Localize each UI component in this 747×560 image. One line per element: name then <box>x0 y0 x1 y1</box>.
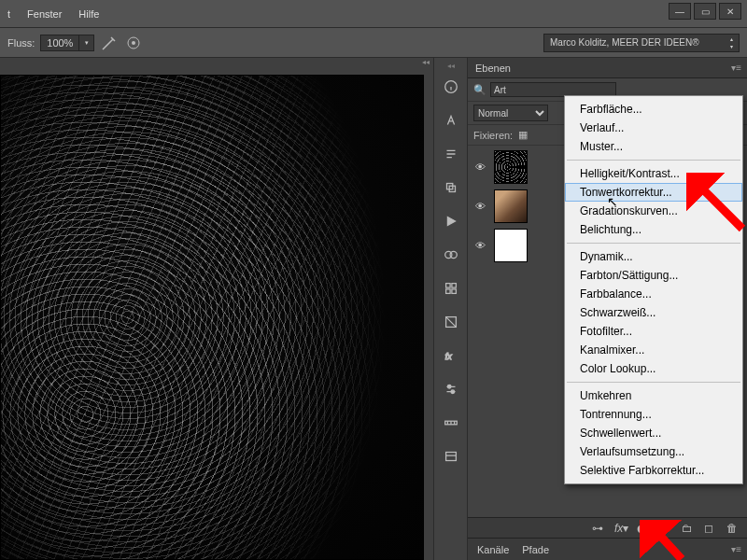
close-button[interactable]: ✕ <box>719 3 741 20</box>
search-icon: 🔍 <box>473 84 486 96</box>
new-layer-icon[interactable]: ◻ <box>704 522 717 535</box>
visibility-icon[interactable]: 👁 <box>473 161 486 173</box>
svg-point-15 <box>447 385 451 389</box>
svg-line-20 <box>651 525 682 559</box>
menubar: t Fenster Hilfe <box>0 0 747 28</box>
fluss-label: Fluss: <box>7 37 35 49</box>
maximize-button[interactable]: ▭ <box>694 3 716 20</box>
panel-menu-icon[interactable]: ▾≡ <box>731 63 741 73</box>
menu-item[interactable]: Dynamik... <box>565 247 742 266</box>
window-controls: — ▭ ✕ <box>669 3 741 20</box>
play-icon[interactable] <box>441 211 461 231</box>
menu-item[interactable]: Schwarzweiß... <box>565 303 742 322</box>
annotation-arrow <box>640 520 686 560</box>
clone-icon[interactable] <box>441 177 461 198</box>
menu-item[interactable]: Tontrennung... <box>565 405 742 424</box>
layer-thumbnail[interactable] <box>494 189 528 223</box>
workspace-label: Marco Kolditz, MEER DER IDEEN® <box>550 37 699 48</box>
svg-rect-18 <box>445 453 456 461</box>
menu-item[interactable]: Schwellenwert... <box>565 424 742 442</box>
menu-item[interactable]: Fotofilter... <box>565 322 742 341</box>
document-canvas[interactable] <box>0 75 424 560</box>
menu-item[interactable]: Selektive Farbkorrektur... <box>565 461 742 480</box>
delete-icon[interactable]: 🗑 <box>726 522 740 535</box>
menu-item[interactable]: Kanalmixer... <box>565 341 742 359</box>
svg-rect-9 <box>445 284 450 288</box>
workspace-selector[interactable]: Marco Kolditz, MEER DER IDEEN® ▴▾ <box>543 34 740 52</box>
pressure-icon[interactable] <box>124 34 143 52</box>
styles-icon[interactable] <box>441 312 461 332</box>
visibility-icon[interactable]: 👁 <box>473 240 486 251</box>
menu-item[interactable]: Verlauf... <box>565 119 742 137</box>
menu-item[interactable]: Umkehren <box>565 386 742 405</box>
annotation-arrow <box>686 173 747 233</box>
fx-icon[interactable]: fx <box>441 345 461 366</box>
layer-thumbnail[interactable] <box>494 229 528 262</box>
svg-point-16 <box>451 390 455 394</box>
adjustment-context-menu: Farbfläche... Verlauf... Muster... Helli… <box>564 95 743 484</box>
bottom-panel-tabs: Kanäle Pfade ▾≡ <box>468 538 747 560</box>
svg-rect-10 <box>451 284 456 288</box>
fx-icon[interactable]: fx▾ <box>614 522 627 535</box>
svg-point-1 <box>132 41 135 45</box>
link-icon[interactable]: ⊶ <box>592 522 605 535</box>
tab-pfade[interactable]: Pfade <box>522 544 549 555</box>
airbrush-icon[interactable] <box>100 34 119 52</box>
grid-icon[interactable] <box>441 278 461 299</box>
collapsed-panels: ◂◂ fx <box>433 58 467 560</box>
options-bar: Fluss: ▾ Marco Kolditz, MEER DER IDEEN® … <box>0 28 747 58</box>
library-icon[interactable] <box>441 446 461 467</box>
swatches-icon[interactable] <box>441 245 461 265</box>
layers-bottom-bar: ⊶ fx▾ ◐ ◑ 🗀 ◻ 🗑 <box>468 517 747 538</box>
paragraph-icon[interactable] <box>441 144 461 164</box>
menu-item[interactable]: Farbton/Sättigung... <box>565 266 742 285</box>
menu-item[interactable]: Fenster <box>27 8 62 20</box>
measure-icon[interactable] <box>441 413 461 433</box>
panel-tab-ebenen[interactable]: Ebenen ▾≡ <box>468 58 747 78</box>
menu-item[interactable]: Farbbalance... <box>565 285 742 303</box>
menu-item[interactable]: Verlaufsumsetzung... <box>565 442 742 461</box>
menu-item[interactable]: Hilfe <box>78 8 99 20</box>
svg-rect-11 <box>445 289 450 294</box>
svg-rect-12 <box>451 289 456 294</box>
svg-text:fx: fx <box>444 352 452 361</box>
menu-item[interactable]: Muster... <box>565 137 742 156</box>
minimize-button[interactable]: — <box>669 3 691 20</box>
fluss-input[interactable] <box>40 35 79 51</box>
info-icon[interactable] <box>441 77 461 97</box>
text-icon[interactable] <box>441 110 461 131</box>
tab-kanaele[interactable]: Kanäle <box>477 544 509 555</box>
fluss-dropdown[interactable]: ▾ <box>79 35 94 51</box>
menu-item[interactable]: t <box>7 8 10 20</box>
menu-item[interactable]: Color Lookup... <box>565 359 742 378</box>
layer-thumbnail[interactable] <box>494 150 528 184</box>
canvas-area: ◂◂ <box>0 58 433 560</box>
adjust-icon[interactable] <box>441 379 461 399</box>
lock-label: Fixieren: <box>473 130 513 141</box>
menu-item[interactable]: Farbfläche... <box>565 100 742 119</box>
lock-pixels-icon[interactable]: ▦ <box>518 129 528 141</box>
svg-line-19 <box>694 180 742 229</box>
panel-menu-icon[interactable]: ▾≡ <box>731 544 741 554</box>
visibility-icon[interactable]: 👁 <box>473 201 486 212</box>
blend-mode-select[interactable]: Normal <box>473 105 548 121</box>
cursor-icon: ↖ <box>607 194 618 209</box>
svg-point-8 <box>450 251 457 258</box>
